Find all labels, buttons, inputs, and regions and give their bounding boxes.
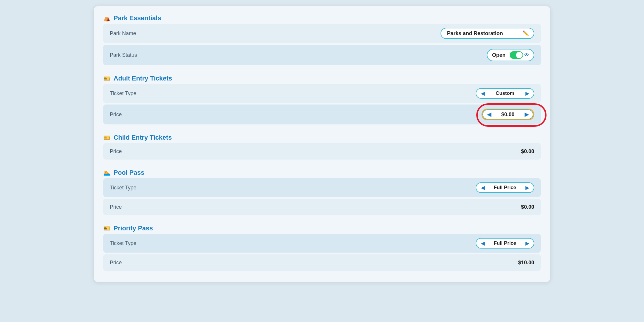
pool-ticket-type-value: Full Price [487,185,523,191]
park-essentials-icon: ⛺ [103,15,111,22]
adult-tickets-header: 🎫 Adult Entry Tickets [103,75,541,82]
child-price-label: Price [110,148,122,155]
adult-price-stepper[interactable]: ◀ $0.00 ▶ [482,109,534,120]
priority-ticket-type-prev[interactable]: ◀ [481,241,484,246]
pool-price-row: Price $0.00 [103,199,541,215]
adult-price-stepper-highlighted: ◀ $0.00 ▶ [482,109,534,120]
toggle[interactable]: 👁 [510,51,529,59]
adult-tickets-title: Adult Entry Tickets [114,75,172,82]
edit-icon[interactable]: ✏️ [523,30,529,37]
park-name-value: Parks and Restoration [447,30,520,37]
adult-ticket-type-next[interactable]: ▶ [525,91,529,96]
pool-pass-header: 🏊 Pool Pass [103,169,541,177]
priority-ticket-type-label: Ticket Type [110,240,136,246]
pool-price-value: $0.00 [521,204,534,210]
toggle-track[interactable] [510,51,523,59]
pool-ticket-type-next[interactable]: ▶ [525,185,529,191]
status-field[interactable]: Open 👁 [487,49,534,61]
park-name-field[interactable]: Parks and Restoration ✏️ [441,28,534,39]
park-status-label: Park Status [110,52,137,58]
priority-price-row: Price $10.00 [103,254,541,271]
pool-ticket-type-selector[interactable]: ◀ Full Price ▶ [476,182,534,193]
adult-price-label: Price [110,112,122,118]
child-tickets-title: Child Entry Tickets [114,134,172,141]
pool-pass-title: Pool Pass [114,169,144,177]
park-essentials-header: ⛺ Park Essentials [103,14,541,22]
pool-ticket-type-row: Ticket Type ◀ Full Price ▶ [103,178,541,197]
adult-ticket-type-value: Custom [487,90,523,96]
adult-price-prev[interactable]: ◀ [484,111,494,118]
child-tickets-header: 🎫 Child Entry Tickets [103,134,541,141]
pool-pass-icon: 🏊 [103,169,111,176]
main-card: ⛺ Park Essentials Park Name Parks and Re… [94,6,550,282]
park-name-row: Park Name Parks and Restoration ✏️ [103,24,541,43]
priority-price-value: $10.00 [518,260,534,266]
pool-ticket-type-label: Ticket Type [110,185,136,191]
adult-price-next[interactable]: ▶ [522,111,532,118]
priority-ticket-type-next[interactable]: ▶ [525,241,529,246]
adult-ticket-type-selector[interactable]: ◀ Custom ▶ [476,88,534,99]
eye-icon: 👁 [524,52,529,58]
priority-price-label: Price [110,260,122,266]
priority-ticket-type-value: Full Price [487,240,523,246]
park-essentials-title: Park Essentials [114,14,161,22]
adult-ticket-type-row: Ticket Type ◀ Custom ▶ [103,84,541,103]
adult-price-row: Price ◀ $0.00 ▶ [103,105,541,124]
priority-pass-icon: 🎫 [103,225,111,232]
priority-ticket-type-row: Ticket Type ◀ Full Price ▶ [103,234,541,253]
pool-ticket-type-prev[interactable]: ◀ [481,185,484,191]
child-price-value: $0.00 [521,148,534,155]
adult-ticket-type-prev[interactable]: ◀ [481,91,484,96]
park-name-label: Park Name [110,30,136,37]
priority-pass-header: 🎫 Priority Pass [103,225,541,232]
child-price-row: Price $0.00 [103,143,541,160]
park-status-row: Park Status Open 👁 [103,45,541,65]
toggle-thumb [516,52,523,58]
park-status-value: Open [492,52,506,58]
adult-tickets-icon: 🎫 [103,75,111,82]
child-tickets-icon: 🎫 [103,134,111,141]
priority-ticket-type-selector[interactable]: ◀ Full Price ▶ [476,238,534,249]
adult-price-value: $0.00 [494,112,522,118]
priority-pass-title: Priority Pass [114,225,153,232]
pool-price-label: Price [110,204,122,210]
adult-ticket-type-label: Ticket Type [110,90,136,97]
